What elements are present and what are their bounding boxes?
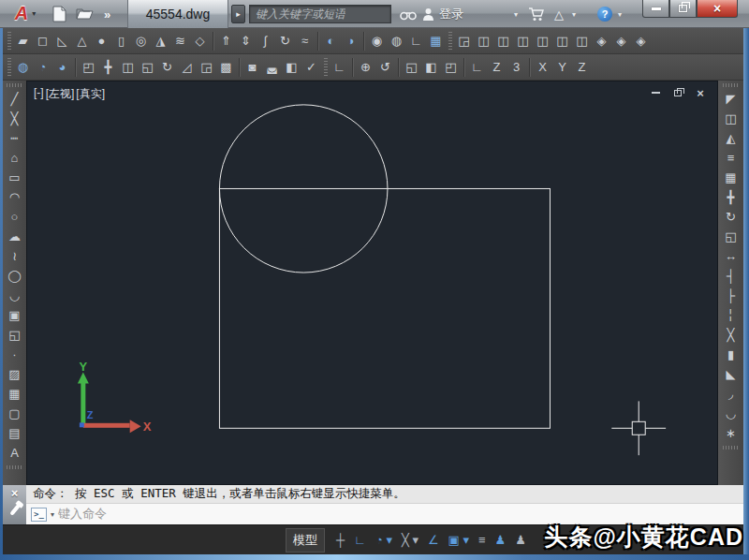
drawn-rectangle[interactable] bbox=[219, 188, 550, 428]
ne-isometric-button[interactable]: ◈ bbox=[631, 30, 651, 52]
sweep-button[interactable]: ∫ bbox=[256, 30, 275, 52]
se-isometric-button[interactable]: ◈ bbox=[611, 30, 631, 52]
search-input[interactable]: 键入关键字或短语 bbox=[249, 5, 391, 23]
file-tab[interactable]: 45554.dwg bbox=[127, 0, 228, 28]
right-view-button[interactable]: ◫ bbox=[533, 30, 552, 52]
revolve-button[interactable]: ↻ bbox=[275, 30, 295, 52]
viewport-view-button[interactable]: [左视] bbox=[46, 86, 75, 102]
tab-advance-button[interactable]: ▸ bbox=[231, 5, 245, 23]
ucs-rotate-x-button[interactable]: X bbox=[533, 56, 552, 79]
spline-button[interactable]: ≀ bbox=[3, 246, 26, 266]
ucs-origin-button[interactable]: ◱ bbox=[402, 56, 421, 79]
scale-button[interactable]: ◱ bbox=[718, 227, 743, 246]
application-menu-button[interactable]: A ▾ bbox=[4, 1, 47, 26]
arc-button[interactable]: ◠ bbox=[3, 187, 26, 207]
multiline-text-button[interactable]: A bbox=[3, 443, 26, 463]
viewport-controls-button[interactable]: [-] bbox=[34, 86, 44, 102]
imprint-button[interactable]: ◙ bbox=[242, 56, 262, 79]
hatch-button[interactable]: ▨ bbox=[3, 364, 26, 384]
ucs-face-button[interactable]: ◧ bbox=[421, 56, 441, 79]
construction-line-button[interactable]: ╳ bbox=[3, 109, 26, 128]
extrude-button[interactable]: ⇑ bbox=[216, 30, 236, 52]
ucs-rotate-z-button[interactable]: Z bbox=[572, 56, 592, 79]
chamfer-button[interactable]: ◣ bbox=[718, 364, 743, 384]
free-orbit-button[interactable]: ◍ bbox=[387, 30, 406, 52]
app-store-button[interactable] bbox=[528, 4, 544, 24]
new-file-button[interactable] bbox=[52, 6, 66, 22]
snap-mode-toggle[interactable]: ┼ bbox=[331, 529, 349, 552]
top-view-button[interactable]: ◫ bbox=[474, 30, 493, 52]
shell-button[interactable]: ◧ bbox=[282, 56, 301, 79]
revision-cloud-button[interactable]: ☁ bbox=[3, 227, 26, 246]
help-caret-icon[interactable]: ▾ bbox=[618, 4, 622, 24]
restore-button[interactable] bbox=[669, 0, 697, 18]
signin-label[interactable]: 登录 bbox=[439, 4, 463, 24]
copy-button[interactable]: ◫ bbox=[718, 109, 743, 128]
viewport-close-button[interactable]: × bbox=[695, 87, 706, 98]
torus-button[interactable]: ◎ bbox=[131, 30, 151, 52]
rotate-button[interactable]: ↻ bbox=[718, 207, 743, 227]
presspull-button[interactable]: ⇕ bbox=[236, 30, 256, 52]
polysolid-button[interactable]: ▰ bbox=[13, 30, 33, 52]
mirror-button[interactable]: ◭ bbox=[718, 128, 743, 148]
ucs-rotate-y-button[interactable]: Y bbox=[552, 56, 572, 79]
3d-array-button[interactable]: ▦ bbox=[426, 30, 446, 52]
array-button[interactable]: ▦ bbox=[718, 168, 743, 187]
pyramid-button[interactable]: ◮ bbox=[151, 30, 170, 52]
subtract-button[interactable]: ◑ bbox=[341, 30, 360, 52]
drawing-area[interactable]: [-] [左视] [真实] × Y X bbox=[26, 81, 718, 485]
viewport-restore-button[interactable] bbox=[672, 87, 683, 98]
taper-faces-button[interactable]: ◿ bbox=[177, 56, 197, 79]
polygon-button[interactable]: ⌂ bbox=[3, 148, 26, 168]
help-button[interactable]: ? bbox=[597, 4, 612, 24]
circle-button[interactable]: ○ bbox=[3, 207, 26, 227]
ortho-mode-toggle[interactable]: ∟ bbox=[349, 529, 371, 552]
move-faces-button[interactable]: ╋ bbox=[98, 56, 118, 79]
stretch-button[interactable]: ↔ bbox=[718, 246, 743, 266]
wrench-icon[interactable] bbox=[9, 504, 20, 516]
cylinder-button[interactable]: ▯ bbox=[111, 30, 131, 52]
wedge-button[interactable]: ◺ bbox=[52, 30, 72, 52]
command-prompt-caret-icon[interactable]: ▾ bbox=[51, 510, 54, 519]
named-views-button[interactable]: ◲ bbox=[454, 30, 474, 52]
offset-faces-button[interactable]: ◱ bbox=[138, 56, 157, 79]
union-solid-button[interactable]: ◍ bbox=[13, 56, 33, 79]
annotation-monitor-toggle[interactable]: ♟ bbox=[510, 529, 531, 552]
make-block-button[interactable]: ◱ bbox=[3, 325, 26, 345]
rectangle-button[interactable]: ▭ bbox=[3, 168, 26, 187]
loft-button[interactable]: ≈ bbox=[295, 30, 315, 52]
object-snap-toggle[interactable]: ▣ ▾ bbox=[444, 529, 474, 552]
qat-overflow-button[interactable]: » bbox=[104, 7, 110, 22]
cone-button[interactable]: △ bbox=[72, 30, 92, 52]
polyline-button[interactable]: ┉ bbox=[3, 128, 26, 148]
delete-faces-button[interactable]: ◲ bbox=[197, 56, 216, 79]
sw-isometric-button[interactable]: ◈ bbox=[592, 30, 611, 52]
union-button[interactable]: ◐ bbox=[321, 30, 341, 52]
erase-button[interactable]: ◤ bbox=[718, 89, 743, 109]
isometric-drafting-toggle[interactable]: ╳ ▾ bbox=[397, 529, 423, 552]
subtract-solid-button[interactable]: ◔ bbox=[33, 56, 52, 79]
blend-curves-button[interactable]: ◡ bbox=[718, 404, 743, 423]
fillet-button[interactable]: ◞ bbox=[718, 384, 743, 404]
box-button[interactable]: ◻ bbox=[33, 30, 52, 52]
helix-button[interactable]: ≋ bbox=[170, 30, 190, 52]
back-view-button[interactable]: ◫ bbox=[572, 30, 592, 52]
signin-caret-icon[interactable]: ▾ bbox=[514, 4, 518, 24]
break-at-point-button[interactable]: ╎ bbox=[718, 305, 743, 325]
close-button[interactable]: × bbox=[697, 0, 738, 18]
offset-button[interactable]: ≡ bbox=[718, 148, 743, 168]
point-button[interactable]: ∙ bbox=[3, 345, 26, 364]
ucs-previous-button[interactable]: ↺ bbox=[375, 56, 395, 79]
ucs-object-button[interactable]: ◰ bbox=[441, 56, 461, 79]
a360-caret-icon[interactable]: ▾ bbox=[572, 4, 576, 24]
extrude-faces-button[interactable]: ◰ bbox=[79, 56, 98, 79]
search-button[interactable] bbox=[400, 4, 417, 24]
rotate-faces-button[interactable]: ↻ bbox=[157, 56, 177, 79]
region-button[interactable]: ▢ bbox=[3, 404, 26, 423]
front-view-button[interactable]: ◫ bbox=[552, 30, 572, 52]
polar-tracking-toggle[interactable]: ◔ ▾ bbox=[371, 529, 397, 552]
trim-button[interactable]: ┤ bbox=[718, 266, 743, 286]
gradient-button[interactable]: ▦ bbox=[3, 384, 26, 404]
a360-button[interactable]: △ bbox=[554, 4, 564, 24]
lineweight-toggle[interactable]: ≡ bbox=[474, 529, 491, 552]
